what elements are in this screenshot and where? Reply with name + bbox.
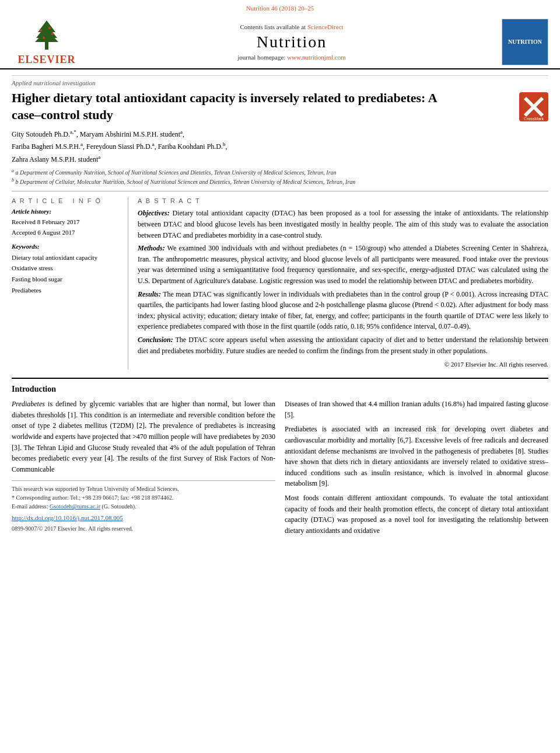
introduction-section: Introduction Prediabetes is defined by g… (12, 378, 548, 539)
issn-line: 0899-9007/© 2017 Elsevier Inc. All right… (12, 524, 275, 533)
methods-label: Methods: (138, 244, 165, 252)
intro-right-text: Diseases of Iran showed that 4.4 million… (285, 399, 548, 536)
svg-rect-0 (45, 41, 48, 50)
abstract-objectives: Objectives: Dietary total antioxidant ca… (138, 208, 548, 240)
svg-point-4 (40, 29, 42, 32)
elsevier-text: ELSEVIER (18, 54, 75, 66)
journal-homepage: journal homepage: www.nutritionjrnl.com (82, 54, 502, 61)
affiliations: a a Department of Community Nutrition, S… (12, 168, 548, 187)
article-info-abstract: A R T I C L E I N F O Article history: R… (12, 191, 548, 369)
intro-right-para2: Prediabetes is associated with an increa… (285, 424, 548, 489)
conclusion-label: Conclusion: (138, 336, 173, 344)
introduction-title: Introduction (12, 385, 548, 394)
article-body: Applied nutritional investigation Higher… (0, 69, 560, 545)
keywords-label: Keywords: (12, 243, 121, 250)
journal-title: Nutrition (82, 33, 502, 51)
svg-point-5 (51, 33, 54, 35)
elsevier-logo: ELSEVIER (12, 18, 82, 66)
abstract-results: Results: The mean DTAC was significantly… (138, 289, 548, 332)
copyright: © 2017 Elsevier Inc. All rights reserved… (138, 360, 548, 369)
abstract-conclusion: Conclusion: The DTAC score appears usefu… (138, 334, 548, 356)
results-label: Results: (138, 290, 161, 298)
article-info-title: A R T I C L E I N F O (12, 197, 121, 204)
history-label: Article history: (12, 208, 121, 215)
keyword-3: Fasting blood sugar (12, 274, 121, 285)
abstract-col: A B S T R A C T Objectives: Dietary tota… (138, 197, 548, 369)
svg-point-6 (43, 37, 45, 39)
email-link[interactable]: Gsotodeh@tums.ac.ir (50, 503, 100, 510)
title-row: Higher dietary total antioxidant capacit… (12, 90, 548, 128)
journal-center: Contents lists available at ScienceDirec… (82, 23, 502, 61)
article-info-col: A R T I C L E I N F O Article history: R… (12, 197, 128, 369)
keyword-2: Oxidative stress (12, 263, 121, 274)
journal-homepage-link[interactable]: www.nutritionjrnl.com (287, 54, 346, 61)
intro-right-para1: Diseases of Iran showed that 4.4 million… (285, 399, 548, 420)
header-content: ELSEVIER Contents lists available at Sci… (12, 15, 548, 68)
crossmark-logo: CrossMark (519, 92, 548, 121)
abstract-title: A B S T R A C T (138, 197, 548, 204)
intro-left-para1: Prediabetes is defined by glycemic varia… (12, 399, 275, 475)
keyword-4: Prediabetes (12, 285, 121, 296)
abstract-text: Objectives: Dietary total antioxidant ca… (138, 208, 548, 369)
footnote-corresponding: * Corresponding author: Tel.; +98 239 06… (12, 493, 275, 502)
article-history: Article history: Received 8 February 201… (12, 208, 121, 238)
intro-right-col: Diseases of Iran showed that 4.4 million… (285, 399, 548, 539)
intro-left-text: Prediabetes is defined by glycemic varia… (12, 399, 275, 475)
keyword-1: Dietary total antioxidant capacity (12, 252, 121, 263)
footnotes: This research was supported by Tehran Un… (12, 480, 275, 533)
article-section-label: Applied nutritional investigation (12, 75, 548, 86)
introduction-body: Prediabetes is defined by glycemic varia… (12, 399, 548, 539)
abstract-methods: Methods: We examined 300 individuals wit… (138, 243, 548, 286)
sciencedirect-link[interactable]: ScienceDirect (307, 23, 344, 30)
intro-right-para3: Most foods contain different antioxidant… (285, 493, 548, 536)
doi-link: http://dx.doi.org/10.1016/j.nut.2017.08.… (12, 513, 275, 523)
journal-header: Nutrition 46 (2018) 20–25 ELSEVIER Co (0, 0, 560, 69)
keywords-section: Keywords: Dietary total antioxidant capa… (12, 243, 121, 296)
footnote-support: This research was supported by Tehran Un… (12, 484, 275, 493)
article-title: Higher dietary total antioxidant capacit… (12, 90, 441, 123)
svg-text:CrossMark: CrossMark (524, 117, 544, 121)
intro-left-col: Prediabetes is defined by glycemic varia… (12, 399, 275, 539)
objectives-label: Objectives: (138, 209, 170, 217)
received-date: Received 8 February 2017 (12, 217, 121, 228)
science-direct-line: Contents lists available at ScienceDirec… (82, 23, 502, 30)
svg-point-7 (48, 27, 51, 29)
authors: Gity Sotoudeh Ph.D.a,*, Maryam Abshirini… (12, 128, 548, 165)
journal-ref: Nutrition 46 (2018) 20–25 (12, 5, 548, 12)
elsevier-tree-icon (23, 18, 70, 53)
nutrition-logo: NUTRITION (502, 19, 548, 65)
accepted-date: Accepted 6 August 2017 (12, 228, 121, 238)
footnote-email: E-mail address: Gsotodeh@tums.ac.ir (G. … (12, 502, 275, 511)
